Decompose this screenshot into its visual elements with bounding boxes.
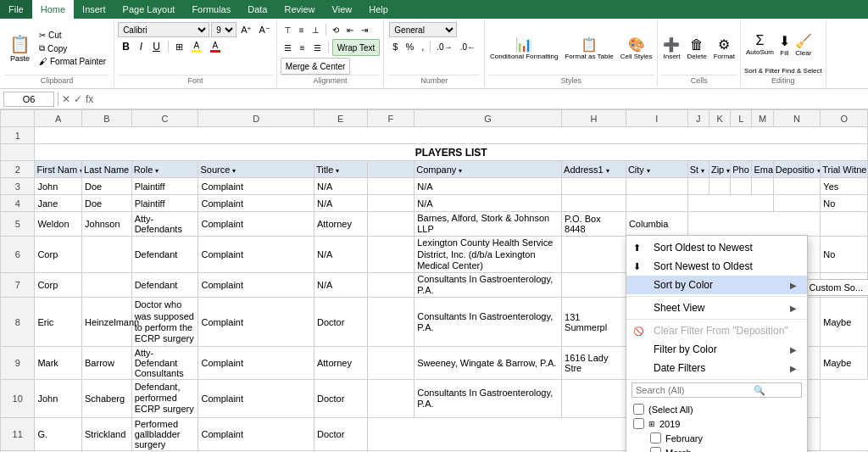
font-shrink-button[interactable]: A⁻ — [256, 22, 272, 37]
cell-f7[interactable] — [367, 272, 415, 297]
col-header-c[interactable]: C — [131, 110, 198, 127]
filter-month-march[interactable]: March — [633, 445, 800, 452]
comma-button[interactable]: , — [418, 39, 427, 54]
cell-e5[interactable]: Attorney — [314, 212, 367, 237]
cell-a4[interactable]: Jane — [35, 195, 82, 212]
cancel-formula-icon[interactable]: ✕ — [62, 93, 70, 105]
cell-g3[interactable]: N/A — [415, 178, 562, 195]
filter-year-2019[interactable]: ⊞ 2019 — [633, 416, 800, 431]
percent-button[interactable]: % — [402, 39, 417, 54]
february-checkbox[interactable] — [650, 432, 661, 444]
cell-d9[interactable]: Complaint — [198, 347, 314, 380]
cell-c9[interactable]: Atty-Defendant Consultants — [131, 347, 198, 380]
cell-e4[interactable]: N/A — [314, 195, 367, 212]
cell-c5[interactable]: Atty-Defendants — [131, 212, 198, 237]
cell-c4[interactable]: Plaintiff — [131, 195, 198, 212]
header-cell-trial[interactable]: Trial Witne ▾ — [821, 161, 868, 178]
cell-o9[interactable]: Maybe — [821, 347, 868, 380]
cell-n4[interactable] — [773, 195, 821, 212]
cell-b4[interactable]: Doe — [82, 195, 132, 212]
cell-b3[interactable]: Doe — [82, 178, 132, 195]
indent-increase-button[interactable]: ⇥ — [358, 22, 371, 37]
cell-h4[interactable] — [562, 195, 626, 212]
cell-h5[interactable]: P.O. Box 8448 — [562, 212, 626, 237]
col-header-a[interactable]: A — [35, 110, 82, 127]
col-header-i[interactable]: I — [626, 110, 687, 127]
cell-i5[interactable]: Columbia — [626, 212, 687, 237]
expand-icon[interactable]: ⊞ — [648, 420, 655, 428]
currency-button[interactable]: $ — [389, 39, 401, 54]
cell-m3[interactable] — [752, 178, 773, 195]
col-header-f[interactable]: F — [367, 110, 415, 127]
font-name-select[interactable]: Calibri — [118, 22, 209, 37]
header-cell-city[interactable]: City ▾ — [626, 161, 687, 178]
cell-a5[interactable]: Weldon — [35, 212, 82, 237]
cell-b9[interactable]: Barrow — [82, 347, 132, 380]
sort-filter-button[interactable]: Sort & Filter — [744, 67, 780, 75]
filter-select-all-item[interactable]: (Select All) — [633, 402, 800, 416]
cell-c11[interactable]: Performed gallbladder surgery — [131, 417, 198, 450]
cell-f5[interactable] — [367, 212, 415, 237]
cell-d7[interactable]: Complaint — [198, 272, 314, 297]
italic-button[interactable]: I — [136, 39, 147, 54]
cell-d3[interactable]: Complaint — [198, 178, 314, 195]
ribbon-tab-pagelayout[interactable]: Page Layout — [114, 0, 184, 19]
date-filters-item[interactable]: Date Filters ▶ — [626, 359, 807, 377]
col-header-h[interactable]: H — [562, 110, 626, 127]
cell-o8[interactable]: Maybe — [821, 298, 868, 347]
insert-function-icon[interactable]: fx — [86, 93, 93, 105]
header-cell-company[interactable]: Company ▾ — [415, 161, 562, 178]
header-cell-source[interactable]: Source ▾ — [198, 161, 314, 178]
cell-f9[interactable] — [367, 347, 415, 380]
cell-n3[interactable] — [773, 178, 821, 195]
cell-g7[interactable]: Consultants In Gastroenterology, P.A. — [415, 272, 562, 297]
cell-d11[interactable]: Complaint — [198, 417, 314, 450]
cell-f3[interactable] — [367, 178, 415, 195]
align-top-button[interactable]: ⊤ — [281, 22, 295, 37]
col-header-j[interactable]: J — [687, 110, 709, 127]
align-left-button[interactable]: ☰ — [281, 40, 295, 55]
cell-h9[interactable]: 1616 Lady Stre — [562, 347, 626, 380]
ribbon-tab-data[interactable]: Data — [239, 0, 275, 19]
font-grow-button[interactable]: A⁺ — [238, 22, 254, 37]
cell-b10[interactable]: Schaberg — [82, 380, 132, 418]
header-cell-lastname[interactable]: Last Name ▾ — [82, 161, 132, 178]
cell-e9[interactable]: Attorney — [314, 347, 367, 380]
cell-i4[interactable] — [626, 195, 687, 212]
cell-reference-input[interactable] — [3, 92, 54, 107]
find-select-button[interactable]: Find & Select — [782, 67, 822, 75]
ribbon-tab-review[interactable]: Review — [275, 0, 323, 19]
cell-d8[interactable]: Complaint — [198, 298, 314, 347]
sort-by-color-item[interactable]: Sort by Color ▶ — [626, 276, 807, 294]
col-header-b[interactable]: B — [82, 110, 132, 127]
filter-month-february[interactable]: February — [633, 431, 800, 445]
insert-button[interactable]: ➕ Insert — [661, 35, 682, 62]
cell-c8[interactable]: Doctor who was supposed to perform the E… — [131, 298, 198, 347]
filter-search-input[interactable] — [635, 384, 754, 396]
indent-decrease-button[interactable]: ⇤ — [343, 22, 357, 37]
cell-d6[interactable]: Complaint — [198, 237, 314, 273]
cut-button[interactable]: ✂ Cut — [36, 30, 108, 41]
underline-button[interactable]: U — [148, 39, 164, 54]
confirm-formula-icon[interactable]: ✓ — [74, 93, 82, 105]
march-checkbox[interactable] — [650, 447, 661, 452]
cell-k3[interactable] — [709, 178, 730, 195]
cell-b6[interactable] — [82, 237, 132, 273]
format-painter-button[interactable]: 🖌 Format Painter — [36, 56, 108, 67]
cell-o5[interactable] — [821, 212, 868, 237]
formula-input[interactable] — [97, 94, 865, 104]
sort-oldest-newest-item[interactable]: ⬆ Sort Oldest to Newest — [626, 238, 807, 257]
cell-d4[interactable]: Complaint — [198, 195, 314, 212]
merge-center-button[interactable]: Merge & Center — [281, 58, 351, 75]
wrap-text-button[interactable]: Wrap Text — [332, 39, 381, 56]
autosum-button[interactable]: Σ AutoSum — [744, 31, 776, 58]
select-all-checkbox[interactable] — [633, 404, 644, 415]
decimal-decrease-button[interactable]: .0← — [457, 39, 479, 54]
clear-filter-item[interactable]: 🚫 Clear Filter From "Deposition" — [626, 321, 807, 340]
cell-g6[interactable]: Lexington County Health Service District… — [415, 237, 562, 273]
copy-button[interactable]: ⧉ Copy — [36, 42, 108, 54]
clear-button[interactable]: 🧹 Clear — [793, 31, 814, 59]
cell-e8[interactable]: Doctor — [314, 298, 367, 347]
cell-c3[interactable]: Plaintiff — [131, 178, 198, 195]
cell-a10[interactable]: John — [35, 380, 82, 418]
